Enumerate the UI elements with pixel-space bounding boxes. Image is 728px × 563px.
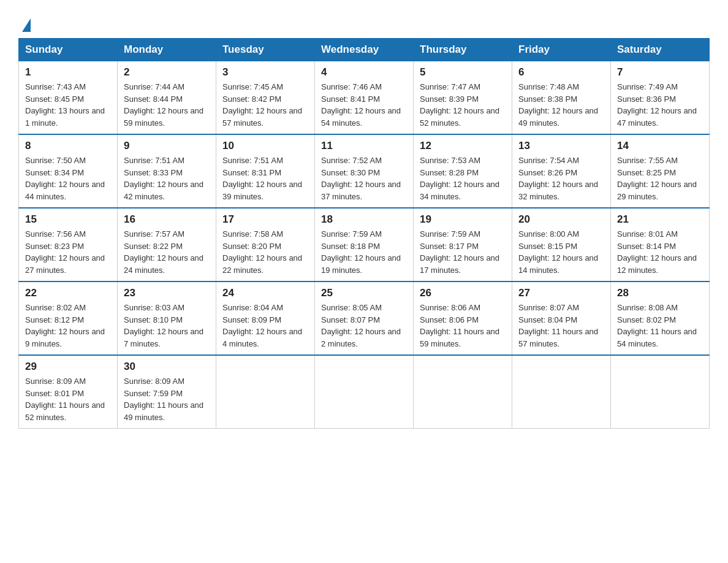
- calendar-cell: 6 Sunrise: 7:48 AMSunset: 8:38 PMDayligh…: [512, 61, 611, 135]
- day-number: 23: [124, 287, 210, 299]
- day-number: 24: [222, 287, 308, 299]
- day-info: Sunrise: 7:44 AMSunset: 8:44 PMDaylight:…: [124, 82, 203, 128]
- day-number: 16: [124, 213, 210, 226]
- calendar-cell: 18 Sunrise: 7:59 AMSunset: 8:18 PMDaylig…: [315, 208, 414, 282]
- day-number: 15: [25, 213, 111, 226]
- calendar-cell: 1 Sunrise: 7:43 AMSunset: 8:45 PMDayligh…: [19, 61, 118, 135]
- calendar-cell: [512, 355, 611, 429]
- calendar-cell: 28 Sunrise: 8:08 AMSunset: 8:02 PMDaylig…: [611, 282, 710, 355]
- day-info: Sunrise: 7:58 AMSunset: 8:20 PMDaylight:…: [222, 229, 302, 275]
- day-info: Sunrise: 8:09 AMSunset: 8:01 PMDaylight:…: [25, 377, 105, 422]
- calendar-cell: 17 Sunrise: 7:58 AMSunset: 8:20 PMDaylig…: [216, 208, 315, 282]
- day-info: Sunrise: 7:46 AMSunset: 8:41 PMDaylight:…: [321, 82, 401, 128]
- calendar-week-row: 29 Sunrise: 8:09 AMSunset: 8:01 PMDaylig…: [19, 355, 710, 429]
- day-number: 27: [518, 287, 604, 299]
- calendar-week-row: 1 Sunrise: 7:43 AMSunset: 8:45 PMDayligh…: [19, 61, 710, 135]
- weekday-header-saturday: Saturday: [611, 39, 710, 61]
- day-info: Sunrise: 7:56 AMSunset: 8:23 PMDaylight:…: [25, 229, 105, 275]
- calendar-cell: [611, 355, 710, 429]
- weekday-header-tuesday: Tuesday: [216, 39, 315, 61]
- calendar-cell: 4 Sunrise: 7:46 AMSunset: 8:41 PMDayligh…: [315, 61, 414, 135]
- day-info: Sunrise: 7:45 AMSunset: 8:42 PMDaylight:…: [222, 82, 302, 128]
- day-info: Sunrise: 7:52 AMSunset: 8:30 PMDaylight:…: [321, 156, 401, 201]
- calendar-cell: 26 Sunrise: 8:06 AMSunset: 8:06 PMDaylig…: [414, 282, 512, 355]
- calendar-cell: [414, 355, 512, 429]
- day-info: Sunrise: 8:06 AMSunset: 8:06 PMDaylight:…: [420, 303, 499, 348]
- calendar-cell: 22 Sunrise: 8:02 AMSunset: 8:12 PMDaylig…: [19, 282, 118, 355]
- calendar-week-row: 8 Sunrise: 7:50 AMSunset: 8:34 PMDayligh…: [19, 134, 710, 208]
- day-number: 11: [321, 140, 407, 152]
- day-number: 30: [124, 361, 210, 373]
- calendar-cell: 7 Sunrise: 7:49 AMSunset: 8:36 PMDayligh…: [611, 61, 710, 135]
- logo-triangle-icon: [22, 18, 31, 32]
- calendar-cell: 30 Sunrise: 8:09 AMSunset: 7:59 PMDaylig…: [118, 355, 216, 429]
- day-number: 20: [518, 213, 604, 226]
- day-number: 8: [25, 140, 111, 152]
- calendar-cell: 29 Sunrise: 8:09 AMSunset: 8:01 PMDaylig…: [19, 355, 118, 429]
- day-info: Sunrise: 7:50 AMSunset: 8:34 PMDaylight:…: [25, 156, 105, 201]
- calendar-cell: 25 Sunrise: 8:05 AMSunset: 8:07 PMDaylig…: [315, 282, 414, 355]
- calendar-cell: 21 Sunrise: 8:01 AMSunset: 8:14 PMDaylig…: [611, 208, 710, 282]
- day-number: 13: [518, 140, 604, 152]
- day-number: 12: [420, 140, 506, 152]
- day-number: 28: [617, 287, 703, 299]
- calendar-cell: [216, 355, 315, 429]
- calendar-cell: 13 Sunrise: 7:54 AMSunset: 8:26 PMDaylig…: [512, 134, 611, 208]
- day-info: Sunrise: 7:57 AMSunset: 8:22 PMDaylight:…: [124, 229, 203, 275]
- day-number: 3: [222, 66, 308, 79]
- page-header: [18, 12, 710, 32]
- calendar-table: SundayMondayTuesdayWednesdayThursdayFrid…: [18, 38, 710, 429]
- weekday-header-sunday: Sunday: [19, 39, 118, 61]
- calendar-cell: 2 Sunrise: 7:44 AMSunset: 8:44 PMDayligh…: [118, 61, 216, 135]
- day-info: Sunrise: 8:02 AMSunset: 8:12 PMDaylight:…: [25, 303, 105, 348]
- day-info: Sunrise: 8:00 AMSunset: 8:15 PMDaylight:…: [518, 229, 598, 275]
- day-info: Sunrise: 8:01 AMSunset: 8:14 PMDaylight:…: [617, 229, 697, 275]
- day-number: 17: [222, 213, 308, 226]
- calendar-cell: 3 Sunrise: 7:45 AMSunset: 8:42 PMDayligh…: [216, 61, 315, 135]
- day-number: 7: [617, 66, 703, 79]
- day-number: 22: [25, 287, 111, 299]
- day-number: 10: [222, 140, 308, 152]
- logo: [18, 12, 31, 32]
- logo-blue-text: [18, 18, 31, 32]
- calendar-cell: 8 Sunrise: 7:50 AMSunset: 8:34 PMDayligh…: [19, 134, 118, 208]
- day-info: Sunrise: 7:47 AMSunset: 8:39 PMDaylight:…: [420, 82, 499, 128]
- day-info: Sunrise: 8:03 AMSunset: 8:10 PMDaylight:…: [124, 303, 203, 348]
- day-number: 2: [124, 66, 210, 79]
- day-info: Sunrise: 7:59 AMSunset: 8:18 PMDaylight:…: [321, 229, 401, 275]
- day-info: Sunrise: 8:07 AMSunset: 8:04 PMDaylight:…: [518, 303, 598, 348]
- day-number: 4: [321, 66, 407, 79]
- day-info: Sunrise: 7:51 AMSunset: 8:31 PMDaylight:…: [222, 156, 302, 201]
- day-info: Sunrise: 7:54 AMSunset: 8:26 PMDaylight:…: [518, 156, 598, 201]
- day-number: 26: [420, 287, 506, 299]
- day-info: Sunrise: 8:05 AMSunset: 8:07 PMDaylight:…: [321, 303, 401, 348]
- calendar-cell: 16 Sunrise: 7:57 AMSunset: 8:22 PMDaylig…: [118, 208, 216, 282]
- calendar-cell: 27 Sunrise: 8:07 AMSunset: 8:04 PMDaylig…: [512, 282, 611, 355]
- calendar-cell: 24 Sunrise: 8:04 AMSunset: 8:09 PMDaylig…: [216, 282, 315, 355]
- day-number: 6: [518, 66, 604, 79]
- calendar-cell: 14 Sunrise: 7:55 AMSunset: 8:25 PMDaylig…: [611, 134, 710, 208]
- day-info: Sunrise: 8:08 AMSunset: 8:02 PMDaylight:…: [617, 303, 697, 348]
- day-info: Sunrise: 7:55 AMSunset: 8:25 PMDaylight:…: [617, 156, 697, 201]
- day-info: Sunrise: 7:59 AMSunset: 8:17 PMDaylight:…: [420, 229, 499, 275]
- day-number: 18: [321, 213, 407, 226]
- calendar-week-row: 15 Sunrise: 7:56 AMSunset: 8:23 PMDaylig…: [19, 208, 710, 282]
- calendar-cell: [315, 355, 414, 429]
- calendar-cell: 5 Sunrise: 7:47 AMSunset: 8:39 PMDayligh…: [414, 61, 512, 135]
- day-info: Sunrise: 8:04 AMSunset: 8:09 PMDaylight:…: [222, 303, 302, 348]
- weekday-header-row: SundayMondayTuesdayWednesdayThursdayFrid…: [19, 39, 710, 61]
- calendar-week-row: 22 Sunrise: 8:02 AMSunset: 8:12 PMDaylig…: [19, 282, 710, 355]
- day-number: 25: [321, 287, 407, 299]
- weekday-header-monday: Monday: [118, 39, 216, 61]
- calendar-cell: 11 Sunrise: 7:52 AMSunset: 8:30 PMDaylig…: [315, 134, 414, 208]
- weekday-header-friday: Friday: [512, 39, 611, 61]
- day-info: Sunrise: 7:53 AMSunset: 8:28 PMDaylight:…: [420, 156, 499, 201]
- calendar-cell: 20 Sunrise: 8:00 AMSunset: 8:15 PMDaylig…: [512, 208, 611, 282]
- day-info: Sunrise: 8:09 AMSunset: 7:59 PMDaylight:…: [124, 377, 203, 422]
- calendar-cell: 9 Sunrise: 7:51 AMSunset: 8:33 PMDayligh…: [118, 134, 216, 208]
- day-number: 5: [420, 66, 506, 79]
- day-number: 1: [25, 66, 111, 79]
- calendar-cell: 10 Sunrise: 7:51 AMSunset: 8:31 PMDaylig…: [216, 134, 315, 208]
- calendar-cell: 19 Sunrise: 7:59 AMSunset: 8:17 PMDaylig…: [414, 208, 512, 282]
- calendar-cell: 12 Sunrise: 7:53 AMSunset: 8:28 PMDaylig…: [414, 134, 512, 208]
